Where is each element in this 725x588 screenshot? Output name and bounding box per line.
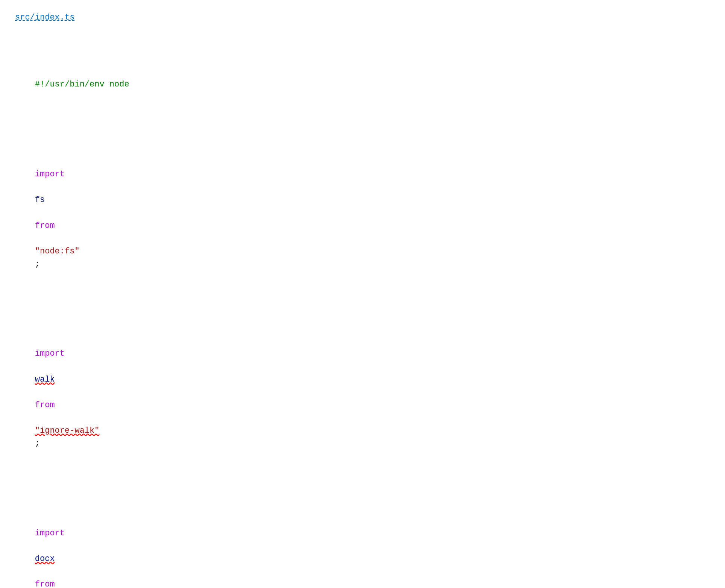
docx-var: docx xyxy=(35,554,55,564)
plain-semi: ; xyxy=(35,259,40,269)
from-kw: from xyxy=(35,221,55,230)
import-kw: import xyxy=(35,170,65,179)
line-import-fs: import fs from "node:fs" ; xyxy=(15,155,710,283)
walk-var: walk xyxy=(35,375,55,384)
import-kw: import xyxy=(35,349,65,358)
line-shebang: #!/usr/bin/env node xyxy=(15,65,710,104)
from-kw: from xyxy=(35,400,55,410)
plain-space xyxy=(35,234,40,243)
fs-var: fs xyxy=(35,195,45,205)
shebang-text: #!/usr/bin/env node xyxy=(35,80,129,89)
plain-space xyxy=(35,182,40,192)
file-path-link[interactable]: src/index.ts xyxy=(15,11,74,24)
line-import-docx: import docx from "docx" ; xyxy=(15,514,710,588)
str-nodefs: "node:fs" xyxy=(35,247,80,256)
code-block: #!/usr/bin/env node import fs from "node… xyxy=(15,27,710,588)
str-ignorewalk: "ignore-walk" xyxy=(35,426,100,435)
line-import-walk: import walk from "ignore-walk" ; xyxy=(15,335,710,463)
plain-space xyxy=(35,208,40,217)
